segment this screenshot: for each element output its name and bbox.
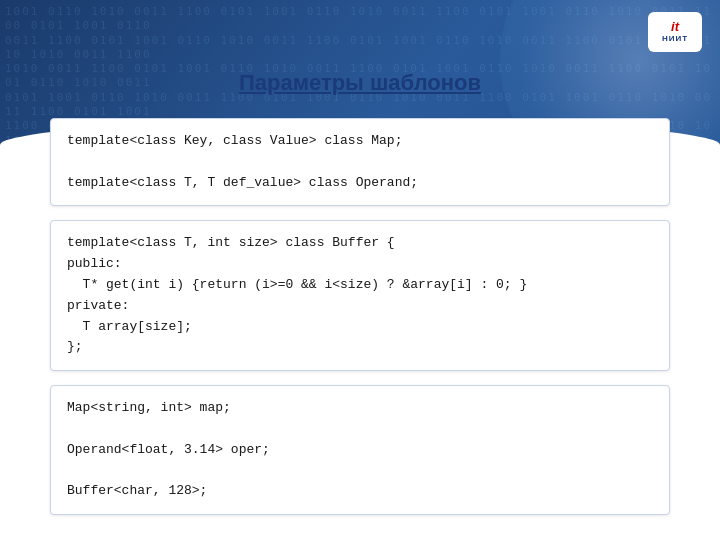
code-line: };	[67, 337, 653, 358]
code-box-1: template<class Key, class Value> class M…	[50, 118, 670, 206]
code-line: T* get(int i) {return (i>=0 && i<size) ?…	[67, 275, 653, 296]
code-line: Operand<float, 3.14> oper;	[67, 440, 653, 461]
main-content: Параметры шаблонов template<class Key, c…	[50, 70, 670, 520]
code-line-empty	[67, 419, 653, 440]
code-line: template<class Key, class Value> class M…	[67, 131, 653, 152]
code-box-3: Map<string, int> map; Operand<float, 3.1…	[50, 385, 670, 515]
code-line: T array[size];	[67, 317, 653, 338]
code-line: Map<string, int> map;	[67, 398, 653, 419]
code-box-2: template<class T, int size> class Buffer…	[50, 220, 670, 371]
code-line: private:	[67, 296, 653, 317]
logo: it НИИТ	[648, 12, 702, 52]
logo-niit-text: НИИТ	[662, 35, 688, 44]
code-line: template<class T, int size> class Buffer…	[67, 233, 653, 254]
code-line-empty	[67, 152, 653, 173]
code-line: public:	[67, 254, 653, 275]
code-line-empty	[67, 461, 653, 482]
code-line: template<class T, T def_value> class Ope…	[67, 173, 653, 194]
page-title: Параметры шаблонов	[50, 70, 670, 96]
logo-it-text: it	[662, 20, 688, 34]
code-line: Buffer<char, 128>;	[67, 481, 653, 502]
